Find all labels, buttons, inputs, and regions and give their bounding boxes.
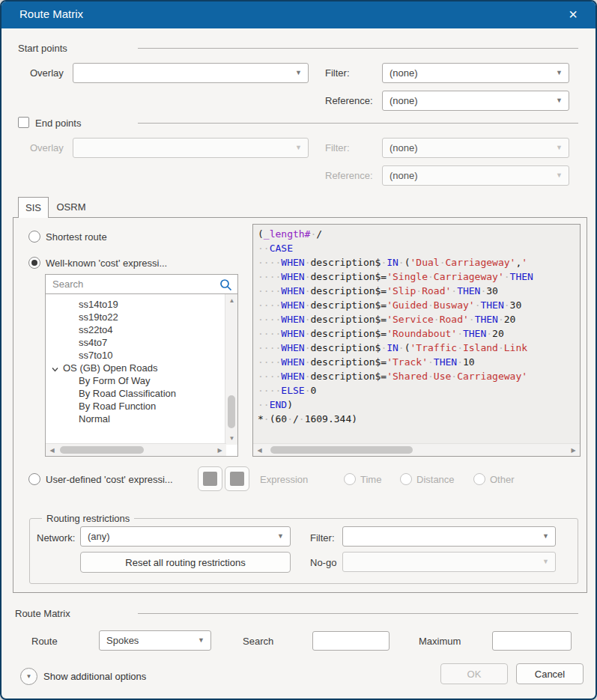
scroll-left-icon[interactable]: ◀ (46, 444, 58, 457)
cost-type-distance-label: Distance (416, 474, 455, 485)
network-select[interactable]: (any) ▼ (80, 526, 291, 547)
tree-vertical-scrollbar[interactable]: ▲ ▼ (225, 294, 237, 445)
scroll-right-icon[interactable]: ▶ (213, 444, 226, 457)
chevron-down-icon: ▼ (542, 527, 549, 546)
cost-type-time-label: Time (360, 474, 381, 485)
cost-type-other-label: Other (490, 474, 515, 485)
maximum-label: Maximum (419, 636, 461, 647)
start-filter-select[interactable]: (none) ▼ (382, 63, 569, 83)
overlay-label: Overlay (30, 67, 64, 79)
shortest-route-radio[interactable] (28, 231, 40, 243)
scrollbar-thumb[interactable] (228, 395, 235, 428)
tree-item-label: By Road Classification (79, 388, 176, 399)
tree-item[interactable]: ss4to7 (46, 336, 225, 349)
code-line: ····WHEN·description$='Single·Carriagewa… (258, 270, 575, 284)
end-reference-value: (none) (390, 170, 418, 181)
scroll-up-icon[interactable]: ▲ (225, 294, 238, 307)
scroll-left-icon[interactable]: ◀ (253, 444, 266, 457)
tree-item[interactable]: OS (GB) Open Roads (46, 362, 225, 374)
route-label: Route (31, 636, 58, 647)
cost-type-other-radio (473, 473, 485, 485)
tree-item[interactable]: Normal (46, 413, 225, 425)
tree-item-label: By Road Function (79, 401, 156, 412)
maximum-field[interactable] (492, 631, 572, 651)
tree-items: ss14to19ss19to22ss22to4ss4to7ss7to10OS (… (46, 298, 225, 425)
tree-item[interactable]: ss7to10 (46, 349, 225, 362)
tree-horizontal-scrollbar[interactable]: ◀ ▶ (46, 443, 226, 456)
code-line: ····WHEN·description$='Service·Road'·THE… (258, 312, 575, 326)
cost-type-distance-radio (400, 473, 412, 485)
start-points-label: Start points (18, 43, 67, 54)
tree-item[interactable]: By Road Classification (46, 387, 225, 400)
network-value: (any) (88, 531, 110, 542)
code-line: *·(60·/·1609.344) (258, 412, 575, 426)
chevron-down-icon: ▼ (556, 64, 563, 82)
end-filter-select: (none) ▼ (382, 138, 569, 158)
route-select[interactable]: Spokes ▼ (99, 630, 211, 651)
title-bar[interactable]: Route Matrix × (1, 1, 596, 28)
tree-item-label: ss19to22 (79, 311, 118, 323)
cancel-button[interactable]: Cancel (516, 663, 584, 684)
routing-restrictions-legend: Routing restrictions (42, 513, 134, 524)
tree-item-label: By Form Of Way (79, 375, 151, 386)
code-line: ····WHEN·description$='Roundabout'·THEN·… (258, 326, 575, 341)
tree-item-label: ss7to10 (79, 350, 113, 361)
scrollbar-thumb[interactable] (60, 446, 144, 454)
route-matrix-dialog: Route Matrix × Start points Overlay ▼ Fi… (0, 0, 597, 700)
well-known-cost-radio[interactable] (28, 257, 40, 269)
close-icon[interactable]: × (561, 4, 585, 25)
start-filter-label: Filter: (325, 67, 350, 79)
network-label: Network: (37, 532, 75, 544)
route-matrix-section-label: Route Matrix (15, 608, 70, 619)
tree-item[interactable]: ss19to22 (46, 311, 225, 323)
end-points-checkbox[interactable] (18, 117, 29, 128)
shortest-route-label: Shortest route (46, 231, 107, 243)
tree-item[interactable]: By Road Function (46, 400, 225, 413)
restrictions-filter-label: Filter: (310, 532, 335, 544)
expression-code: (_length#·/··CASE····WHEN·description$·I… (253, 225, 580, 443)
code-line: ····WHEN·description$·IN·('Traffic·Islan… (258, 341, 575, 355)
tree-item[interactable]: By Form Of Way (46, 374, 225, 387)
expression-edit-button[interactable] (198, 466, 222, 491)
chevron-down-icon: ▼ (556, 166, 563, 185)
start-reference-select[interactable]: (none) ▼ (382, 91, 569, 111)
scroll-down-icon[interactable]: ▼ (225, 432, 238, 445)
tab-sis[interactable]: SIS (18, 197, 49, 218)
show-additional-options-label: Show additional options (43, 671, 146, 682)
chevron-down-icon: ▼ (295, 64, 302, 82)
expression-picker-button[interactable] (225, 466, 249, 491)
code-horizontal-scrollbar[interactable]: ◀ ▶ (253, 443, 580, 456)
search-label: Search (243, 636, 273, 647)
reset-restrictions-button[interactable]: Reset all routing restrictions (80, 552, 291, 573)
tree-item[interactable]: ss14to19 (46, 298, 225, 311)
scrollbar-thumb[interactable] (270, 446, 413, 454)
route-value: Spokes (106, 635, 139, 646)
tree-item[interactable]: ss22to4 (46, 323, 225, 336)
chevron-down-icon: ▼ (295, 139, 302, 157)
scroll-right-icon[interactable]: ▶ (567, 444, 580, 457)
code-line: ····ELSE·0 (258, 383, 575, 398)
end-points-label: End points (35, 118, 81, 129)
restrictions-filter-select[interactable]: ▼ (342, 526, 556, 547)
chevron-down-icon: ▼ (556, 139, 563, 157)
end-reference-label: Reference: (325, 170, 373, 181)
nogo-label: No-go (310, 557, 336, 568)
cost-search-input[interactable] (46, 275, 213, 293)
ok-button[interactable]: OK (440, 663, 508, 684)
expand-options-button[interactable]: ▼ (20, 668, 37, 685)
chevron-down-icon: ▼ (26, 673, 32, 680)
separator (138, 123, 578, 124)
code-line: ····WHEN·description$='Guided·Busway'·TH… (258, 298, 575, 312)
separator (138, 613, 578, 614)
start-overlay-select[interactable]: ▼ (73, 63, 309, 83)
search-field[interactable] (312, 631, 390, 651)
cost-expression-editor[interactable]: (_length#·/··CASE····WHEN·description$·I… (252, 224, 581, 457)
code-line: ··END) (258, 398, 575, 412)
chevron-down-icon: ▼ (198, 631, 204, 650)
tab-osrm[interactable]: OSRM (49, 197, 93, 218)
end-overlay-select: ▼ (73, 138, 309, 158)
end-filter-label: Filter: (325, 142, 350, 153)
user-defined-cost-radio[interactable] (28, 473, 40, 485)
start-reference-value: (none) (390, 95, 418, 106)
code-line: ····WHEN·description$='Track'·THEN·10 (258, 355, 575, 369)
